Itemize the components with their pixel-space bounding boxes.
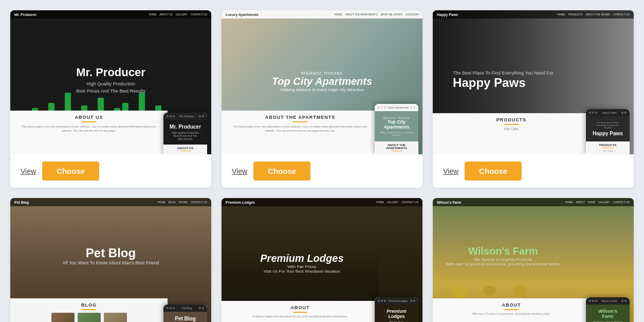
about-section-6: ABOUT With over 12 years of experience, … — [433, 298, 590, 322]
card-preview-5: Premium Lodges HOME GALLERY CONTACT US P… — [222, 198, 422, 322]
desktop-frame-4: Pet Blog HOME BLOG STORE CONTACT US Pet … — [10, 198, 211, 322]
desktop-frame-3: Happy Paws HOME PRODUCTS ABOUT THE BRAND… — [433, 10, 634, 154]
desktop-frame-1: Mr. Producer HOME ABOUT US GALLERY CONTA… — [10, 10, 211, 154]
desktop-frame-5: Premium Lodges HOME GALLERY CONTACT US P… — [222, 198, 422, 322]
card-actions-2: View Choose — [222, 154, 422, 188]
mobile-header-4: Pet Blog — [163, 305, 207, 312]
mobile-mockup-1: Mr. Producer Mr. Producer High Quality P… — [163, 113, 207, 154]
nav-logo-4: Pet Blog — [14, 201, 29, 204]
mobile-header-5: Premium Lodges — [375, 297, 418, 305]
overlay-text-2: Majestic Houses Top City Apartments Walk… — [272, 70, 372, 92]
overlay-text-3: The Best Place To Find Everything You Ne… — [453, 70, 553, 90]
card-pet-blog: Pet Blog HOME BLOG STORE CONTACT US Pet … — [10, 198, 211, 322]
nav-links-4: HOME BLOG STORE CONTACT US — [158, 201, 207, 204]
card-preview-1: Mr. Producer HOME ABOUT US GALLERY CONTA… — [10, 10, 211, 154]
nav-links-1: HOME ABOUT US GALLERY CONTACT US — [149, 13, 208, 16]
nav-logo-5: Premium Lodges — [226, 201, 255, 204]
nav-bar-4: Pet Blog HOME BLOG STORE CONTACT US — [10, 198, 211, 206]
card-preview-6: Wilson's Farm HOME ABOUT SHOP GALLERY CO… — [433, 198, 634, 322]
card-actions-3: View Choose — [433, 154, 634, 188]
nav-links-3: HOME PRODUCTS ABOUT THE BRAND CONTACT US — [558, 13, 630, 16]
about-section-2: ABOUT THE APARTMENTS The About page is t… — [222, 111, 379, 154]
card-preview-3: Happy Paws HOME PRODUCTS ABOUT THE BRAND… — [433, 10, 634, 154]
mobile-header-6: Wilson's Farm — [586, 297, 630, 305]
card-preview-2: Luxury Apartments HOME ABOUT THE APARTME… — [222, 10, 422, 154]
mobile-header-3: Happy Paws — [586, 109, 630, 116]
nav-logo-6: Wilson's Farm — [437, 201, 462, 204]
nav-links-5: HOME GALLERY CONTACT US — [376, 201, 418, 204]
card-wilsons-farm: Wilson's Farm HOME ABOUT SHOP GALLERY CO… — [433, 198, 634, 322]
overlay-text-5: Premium Lodges With Fair Prices Visit Us… — [260, 253, 343, 274]
nav-bar-1: Mr. Producer HOME ABOUT US GALLERY CONTA… — [10, 10, 211, 19]
desktop-frame-6: Wilson's Farm HOME ABOUT SHOP GALLERY CO… — [433, 198, 634, 322]
nav-links-6: HOME ABOUT SHOP GALLERY CONTACT US — [565, 201, 630, 204]
nav-logo-3: Happy Paws — [437, 13, 458, 16]
card-actions-1: View Choose — [10, 154, 211, 188]
mobile-header-2: Luxury Apartments — [375, 104, 418, 111]
view-button-1[interactable]: View — [21, 167, 36, 175]
nav-links-2: HOME ABOUT THE APARTMENTS WHAT WE OFFER … — [334, 13, 418, 16]
about-section-1: ABOUT US This About page is the very des… — [10, 111, 168, 154]
mobile-mockup-4: Pet Blog Pet Blog All You Want To Know A… — [163, 305, 207, 322]
choose-button-2[interactable]: Choose — [253, 162, 310, 181]
mobile-mockup-3: Happy Paws The Best Place To Find Everyt… — [586, 109, 630, 154]
nav-bar-6: Wilson's Farm HOME ABOUT SHOP GALLERY CO… — [433, 198, 634, 206]
overlay-text-4: Pet Blog All You Want To Know About Man'… — [63, 246, 159, 265]
choose-button-3[interactable]: Choose — [465, 162, 522, 181]
mobile-header-1: Mr. Producer — [163, 113, 207, 120]
nav-bar-3: Happy Paws HOME PRODUCTS ABOUT THE BRAND… — [433, 10, 634, 19]
blog-section-4: BLOG — [10, 298, 168, 322]
products-section-3: PRODUCTS For Cats — [433, 113, 590, 154]
card-premium-lodges: Premium Lodges HOME GALLERY CONTACT US P… — [222, 198, 422, 322]
view-button-3[interactable]: View — [443, 167, 458, 175]
nav-bar-5: Premium Lodges HOME GALLERY CONTACT US — [222, 198, 422, 206]
card-mr-producer: Mr. Producer HOME ABOUT US GALLERY CONTA… — [10, 10, 211, 188]
nav-logo-2: Luxury Apartments — [226, 13, 259, 16]
overlay-text-1: Mr. Producer High Quality Production Bes… — [76, 66, 145, 94]
card-luxury-apartments: Luxury Apartments HOME ABOUT THE APARTME… — [222, 10, 422, 188]
choose-button-1[interactable]: Choose — [42, 162, 99, 181]
template-grid: Mr. Producer HOME ABOUT US GALLERY CONTA… — [10, 10, 634, 322]
card-happy-paws: Happy Paws HOME PRODUCTS ABOUT THE BRAND… — [433, 10, 634, 188]
mobile-mockup-2: Luxury Apartments Majestic Houses Top Ci… — [375, 104, 418, 154]
about-section-5: ABOUT Premium lodges with fair prices fo… — [222, 301, 379, 322]
view-button-2[interactable]: View — [232, 167, 247, 175]
nav-bar-2: Luxury Apartments HOME ABOUT THE APARTME… — [222, 10, 422, 19]
mobile-mockup-6: Wilson's Farm Wilson's Farm We Believe i… — [586, 297, 630, 322]
card-preview-4: Pet Blog HOME BLOG STORE CONTACT US Pet … — [10, 198, 211, 322]
overlay-text-6: Wilson's Farm We Believe in Organic Prod… — [446, 245, 560, 266]
desktop-frame-2: Luxury Apartments HOME ABOUT THE APARTME… — [222, 10, 422, 154]
mobile-mockup-5: Premium Lodges Premium Lodges With Fair … — [375, 297, 418, 322]
nav-logo-1: Mr. Producer — [14, 13, 36, 16]
